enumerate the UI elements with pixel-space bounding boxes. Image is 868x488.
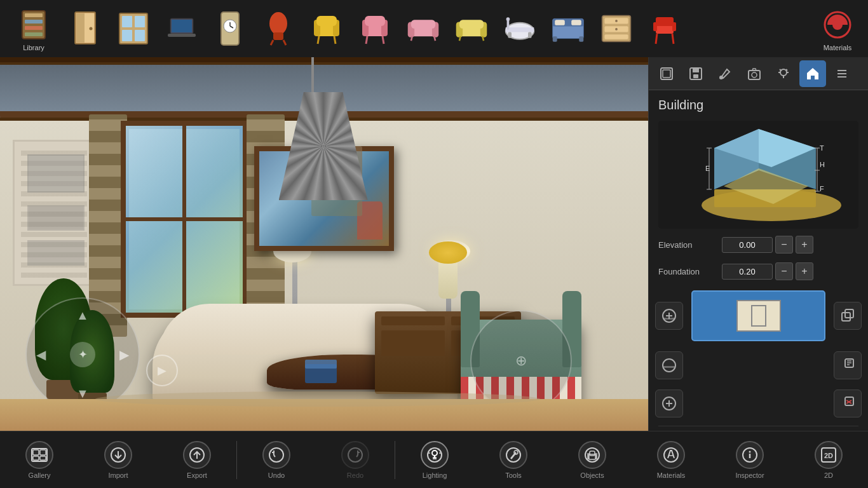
lighting-icon (421, 441, 449, 469)
nav-center[interactable]: ✦ (70, 342, 95, 367)
door-icon (69, 10, 102, 48)
svg-point-154 (749, 451, 751, 452)
svg-rect-2 (25, 20, 43, 24)
undo-label: Undo (268, 471, 285, 479)
objects-icon (578, 441, 606, 469)
svg-text:H: H (820, 161, 825, 168)
foundation-input[interactable] (722, 264, 773, 280)
tools-btn[interactable]: Tools (474, 431, 553, 489)
top-item-dresser2[interactable] (597, 10, 635, 48)
svg-point-111 (663, 359, 675, 372)
svg-line-69 (656, 34, 657, 44)
import-btn[interactable]: Import (79, 431, 158, 489)
export-icon (183, 441, 211, 469)
svg-rect-12 (122, 30, 132, 41)
svg-rect-125 (40, 450, 46, 455)
top-item-armchair-yellow[interactable] (308, 10, 346, 48)
paste-btn[interactable] (834, 351, 862, 379)
top-item-sofa-yellow[interactable] (452, 10, 491, 48)
materials-button[interactable]: Materials (818, 6, 857, 51)
redo-btn[interactable]: Redo (316, 431, 395, 489)
top-item-bed[interactable] (549, 10, 587, 48)
svg-rect-28 (316, 16, 337, 26)
panel-tab-list[interactable] (829, 60, 855, 87)
icon-grid-row2 (649, 346, 868, 384)
materials-bottom-btn[interactable]: Materials (632, 431, 710, 489)
sofa-yellow-icon (455, 10, 488, 48)
top-item-window[interactable] (114, 10, 153, 48)
nav-right-arrow[interactable]: ▶ (146, 355, 178, 386)
story-thumbnail[interactable] (691, 290, 825, 341)
lighting-btn[interactable]: Lighting (395, 431, 474, 489)
add-floor-btn[interactable] (655, 302, 683, 330)
svg-rect-3 (25, 26, 43, 30)
svg-rect-51 (508, 32, 512, 38)
laptop-icon (165, 10, 198, 48)
panel-tab-paint[interactable] (712, 60, 738, 87)
foundation-row: Foundation − + (649, 259, 868, 284)
top-toolbar: Library (0, 0, 868, 57)
svg-rect-58 (571, 20, 581, 25)
copy-btn[interactable] (834, 302, 862, 330)
top-item-chair-pink[interactable] (356, 10, 394, 48)
elevation-minus-btn[interactable]: − (775, 236, 793, 254)
top-item-bathtub[interactable] (501, 10, 539, 48)
nav-control-left[interactable]: ▲ ▼ ◀ ▶ ✦ (25, 297, 140, 412)
objects-btn[interactable]: Objects (553, 431, 632, 489)
elevation-plus-btn[interactable]: + (796, 236, 813, 254)
top-item-sofa-pink[interactable] (404, 10, 442, 48)
nav-arrow-left[interactable]: ◀ (36, 347, 46, 362)
main-viewport[interactable]: ▲ ▼ ◀ ▶ ✦ ▶ ⊕ (0, 57, 648, 488)
top-item-door[interactable] (66, 10, 104, 48)
svg-line-36 (383, 36, 384, 44)
svg-rect-10 (122, 16, 132, 27)
foundation-minus-btn[interactable]: − (775, 262, 793, 280)
panel-tab-light[interactable] (770, 60, 797, 87)
svg-line-35 (366, 36, 367, 44)
panel-tab-select[interactable] (653, 60, 680, 87)
top-item-chair-red[interactable] (259, 10, 297, 48)
panel-tab-home[interactable] (799, 60, 826, 87)
rotate-icon: ⊕ (515, 353, 527, 369)
bathtub-icon (503, 10, 536, 48)
gallery-btn[interactable]: Gallery (0, 431, 79, 489)
chair-red2-icon (648, 10, 681, 48)
panel-tab-camera[interactable] (741, 60, 768, 87)
svg-rect-81 (749, 71, 760, 79)
top-item-clock[interactable] (211, 10, 249, 48)
svg-rect-52 (528, 32, 532, 38)
svg-rect-149 (590, 451, 595, 456)
lighting-label: Lighting (423, 471, 447, 479)
svg-line-42 (434, 36, 435, 41)
inspector-btn[interactable]: Inspector (710, 431, 789, 489)
undo-icon (262, 441, 290, 469)
foundation-plus-btn[interactable]: + (796, 262, 813, 280)
svg-rect-59 (553, 36, 557, 42)
sidebar-item-library[interactable]: Library (11, 6, 56, 51)
elevation-input[interactable] (722, 237, 773, 253)
svg-rect-109 (845, 309, 853, 318)
dresser2-icon (600, 10, 633, 48)
top-item-laptop[interactable] (163, 10, 201, 48)
svg-line-23 (271, 40, 273, 45)
undo-btn[interactable]: Undo (237, 431, 316, 489)
materials-label: Materials (824, 44, 852, 51)
svg-rect-7 (76, 13, 85, 43)
svg-rect-22 (273, 32, 283, 40)
delete-btn[interactable] (834, 390, 862, 417)
nav-arrow-right[interactable]: ▶ (119, 347, 129, 362)
tools-label: Tools (505, 471, 522, 479)
move-down-btn[interactable] (655, 351, 683, 379)
panel-tab-save[interactable] (682, 60, 709, 87)
top-item-chair-red2[interactable] (646, 10, 684, 48)
svg-line-48 (482, 36, 484, 41)
nav-arrow-up[interactable]: ▲ (76, 308, 89, 323)
svg-rect-64 (604, 34, 628, 39)
gallery-label: Gallery (29, 471, 51, 479)
bottom-toolbar: Gallery Import Export Undo Redo Lighting (0, 431, 868, 488)
add-below-btn[interactable] (655, 390, 683, 417)
svg-rect-112 (663, 366, 675, 368)
2d-label: 2D (824, 471, 833, 479)
export-btn[interactable]: Export (158, 431, 236, 489)
2d-btn[interactable]: 2D 2D (789, 431, 868, 489)
